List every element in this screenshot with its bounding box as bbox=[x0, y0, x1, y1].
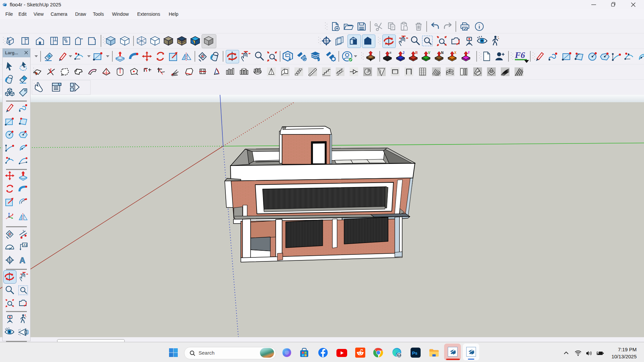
svg-text:F6: F6 bbox=[515, 50, 525, 60]
svg-text:A: A bbox=[19, 256, 25, 265]
svg-text:A-B: A-B bbox=[325, 42, 328, 44]
svg-text:Ps: Ps bbox=[412, 351, 418, 356]
svg-text:A-B: A-B bbox=[8, 260, 12, 262]
svg-text:X: X bbox=[454, 51, 457, 55]
svg-text:A1: A1 bbox=[23, 243, 28, 247]
svg-text:=: = bbox=[389, 51, 391, 55]
svg-text:N: N bbox=[441, 51, 443, 55]
svg-text:F: F bbox=[468, 51, 470, 55]
svg-text:3: 3 bbox=[22, 229, 25, 233]
svg-text:C: C bbox=[9, 258, 10, 260]
svg-text:R: R bbox=[415, 51, 418, 55]
svg-text:V: V bbox=[428, 51, 430, 55]
svg-text:J: J bbox=[402, 51, 405, 55]
svg-text:C: C bbox=[325, 38, 327, 41]
